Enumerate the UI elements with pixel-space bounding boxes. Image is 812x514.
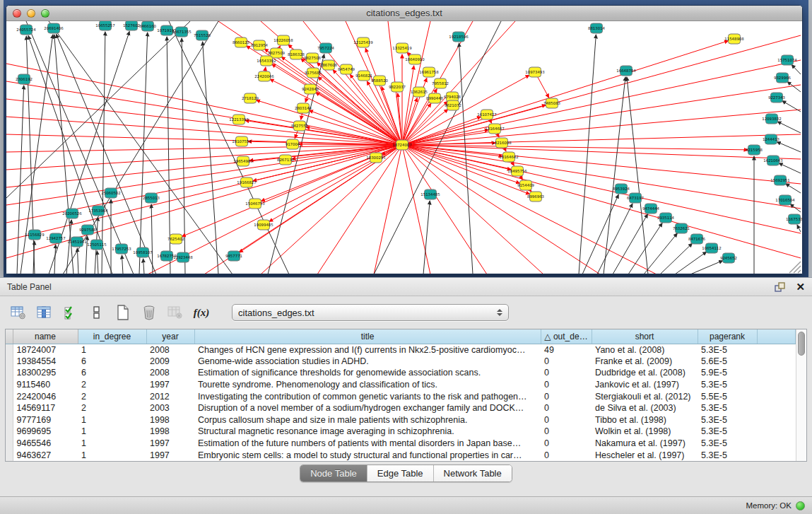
graph-node[interactable]: 2718129 — [242, 93, 259, 103]
cell-short[interactable]: Tibbo et al. (1998) — [592, 414, 698, 426]
float-window-icon[interactable] — [775, 282, 786, 292]
graph-node[interactable]: 7485083 — [543, 98, 560, 108]
graph-node[interactable]: 16648784 — [616, 66, 636, 76]
cell-pagerank[interactable]: 5.3E-5 — [698, 414, 757, 426]
cell-year[interactable]: 2012 — [146, 390, 194, 402]
graph-node[interactable]: 9827508 — [304, 53, 322, 63]
graph-node[interactable]: 11548908 — [724, 34, 744, 44]
resize-grip[interactable] — [789, 262, 801, 273]
table-row[interactable]: 977716911998Corpus callosum shape and si… — [6, 414, 796, 426]
network-window-titlebar[interactable]: citations_edges.txt — [6, 6, 802, 21]
graph-node[interactable]: 1362615 — [411, 87, 428, 97]
table-row[interactable]: 1456911722003Disruption of a novel membe… — [6, 402, 796, 414]
graph-node[interactable]: 9245652 — [720, 253, 737, 263]
graph-node[interactable]: 6473197 — [627, 193, 644, 203]
graph-node[interactable]: 10164642 — [499, 152, 518, 162]
graph-node[interactable]: 7955812 — [432, 78, 449, 88]
cell-name[interactable]: 9465546 — [13, 438, 78, 450]
cell-name[interactable]: 22420046 — [13, 390, 78, 402]
cell-pagerank[interactable]: 5.3E-5 — [698, 344, 757, 356]
cell-year[interactable]: 2008 — [146, 344, 194, 356]
graph-node[interactable]: 8953924 — [613, 184, 630, 194]
node-table-grid[interactable]: namein_degreeyeartitle△ out_de…shortpage… — [6, 329, 796, 461]
cell-year[interactable]: 2009 — [146, 356, 194, 368]
delete-column-button[interactable] — [141, 304, 158, 321]
cell-name[interactable]: 19384554 — [13, 356, 78, 368]
column-header-in_degree[interactable]: in_degree — [78, 329, 146, 344]
graph-node[interactable]: 16107427 — [477, 110, 496, 119]
graph-node[interactable]: 15751074 — [777, 55, 797, 65]
graph-node[interactable]: 10654112 — [702, 243, 721, 253]
graph-node[interactable]: 25060502 — [101, 188, 120, 198]
table-row[interactable]: 946554611997Estimation of the future num… — [6, 438, 796, 450]
cell-title[interactable]: Investigating the contribution of common… — [194, 390, 541, 402]
scrollbar-thumb[interactable] — [798, 332, 805, 356]
graph-node[interactable]: 2855013 — [143, 193, 160, 203]
cell-name[interactable]: 18300295 — [13, 367, 78, 379]
table-row[interactable]: 2242004622012Investigating the contribut… — [6, 390, 796, 402]
table-row[interactable]: 911546021997Tourette syndrome. Phenomeno… — [6, 379, 796, 391]
graph-node[interactable]: 19099485 — [254, 220, 273, 230]
graph-node[interactable]: 2306192 — [16, 74, 33, 84]
cell-pagerank[interactable]: 5.9E-5 — [698, 367, 757, 379]
table-row[interactable]: 1830029562008Estimation of significance … — [6, 367, 796, 379]
cell-pagerank[interactable]: 5.3E-5 — [698, 402, 757, 414]
cell-in_degree[interactable]: 6 — [78, 356, 146, 368]
cell-in_degree[interactable]: 2 — [78, 390, 146, 402]
graph-node[interactable]: 9329966 — [774, 73, 792, 83]
graph-node[interactable]: 1527602 — [123, 21, 140, 30]
column-header-title[interactable]: title — [194, 329, 541, 344]
graph-node[interactable]: 1244413 — [763, 134, 779, 144]
column-header-pagerank[interactable]: pagerank — [698, 329, 757, 344]
table-settings-button[interactable] — [10, 304, 27, 321]
graph-node[interactable]: 10958107 — [133, 247, 152, 257]
graph-node[interactable]: 9146821 — [355, 71, 372, 81]
graph-node[interactable]: 8996963 — [527, 192, 544, 201]
cell-year[interactable]: 1998 — [146, 426, 194, 438]
show-columns-button[interactable] — [36, 304, 53, 321]
column-header-name[interactable]: name — [13, 329, 78, 344]
cell-name[interactable]: 9115460 — [13, 379, 78, 391]
cell-title[interactable]: Corpus callosum shape and size in male p… — [194, 414, 541, 426]
cell-in_degree[interactable]: 1 — [78, 426, 146, 438]
table-row[interactable]: 1872400712008Changes of HCN gene express… — [6, 344, 796, 356]
graph-node[interactable]: 18107554 — [232, 136, 252, 146]
graph-node[interactable]: 20206526 — [62, 209, 82, 218]
cell-year[interactable]: 1997 — [146, 438, 194, 450]
graph-node[interactable]: 24055724 — [16, 25, 36, 35]
cell-pagerank[interactable]: 5.5E-5 — [698, 390, 757, 402]
table-row[interactable]: 1938455462009Genome-wide association stu… — [6, 356, 796, 368]
cell-title[interactable]: Disruption of a novel member of a sodium… — [194, 402, 541, 414]
cell-title[interactable]: Tourette syndrome. Phenomenology and cla… — [194, 379, 541, 391]
cell-title[interactable]: Estimation of the future numbers of pati… — [194, 438, 541, 450]
cell-title[interactable]: Estimation of significance thresholds fo… — [194, 367, 541, 379]
cell-out_de[interactable]: 0 — [541, 390, 592, 402]
cell-out_de[interactable]: 0 — [541, 414, 592, 426]
show-selected-rows-button[interactable] — [88, 304, 105, 321]
cell-name[interactable]: 14569117 — [13, 402, 78, 414]
cell-title[interactable]: Embryonic stem cells: a model to study s… — [194, 449, 541, 461]
tab-network-table[interactable]: Network Table — [434, 465, 512, 481]
tab-edge-table[interactable]: Edge Table — [367, 465, 434, 481]
cell-in_degree[interactable]: 1 — [78, 449, 146, 461]
cell-short[interactable]: Yano et al. (2008) — [592, 344, 698, 356]
graph-node[interactable]: 9621072 — [445, 100, 461, 110]
table-header-row[interactable]: namein_degreeyeartitle△ out_de…shortpage… — [6, 329, 796, 344]
graph-node[interactable]: 20691406 — [44, 23, 64, 33]
cell-short[interactable]: Jankovic et al. (1997) — [592, 379, 698, 391]
select-columns-button[interactable] — [62, 304, 79, 321]
cell-year[interactable]: 1998 — [146, 414, 194, 426]
graph-node[interactable]: 8215958 — [746, 145, 763, 155]
graph-node[interactable]: 8466160 — [139, 21, 157, 31]
cell-year[interactable]: 1997 — [146, 379, 194, 391]
cell-out_de[interactable]: 0 — [541, 367, 592, 379]
create-column-button[interactable] — [114, 304, 131, 321]
cell-in_degree[interactable]: 1 — [78, 344, 146, 356]
graph-node[interactable]: 17957253 — [112, 244, 131, 254]
network-nodes[interactable]: 1872400786601238912954182260589827509818… — [16, 21, 802, 263]
graph-node[interactable]: 9474444 — [642, 204, 660, 214]
graph-node[interactable]: 12213393 — [229, 115, 248, 124]
function-builder-button[interactable]: f(x) — [193, 304, 210, 321]
cell-short[interactable]: Nakamura et al. (1997) — [592, 438, 698, 450]
graph-node[interactable]: 19166827 — [237, 177, 256, 187]
